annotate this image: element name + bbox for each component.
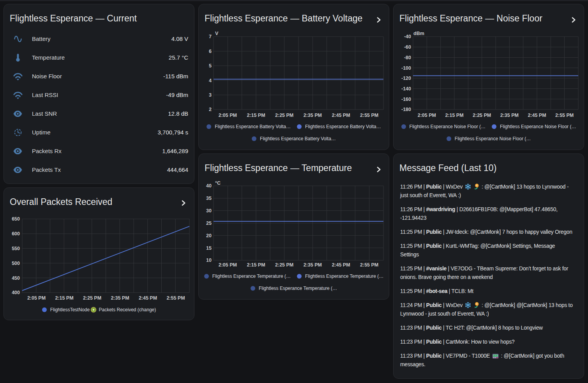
svg-text:30: 30 bbox=[206, 208, 212, 214]
svg-text:-120: -120 bbox=[401, 76, 411, 81]
svg-text:2:05 PM: 2:05 PM bbox=[27, 295, 46, 301]
svg-text:2:05 PM: 2:05 PM bbox=[219, 113, 237, 118]
svg-text:650: 650 bbox=[12, 216, 20, 222]
svg-text:-140: -140 bbox=[401, 86, 411, 92]
svg-text:2:45 PM: 2:45 PM bbox=[139, 295, 157, 301]
svg-text:2:45 PM: 2:45 PM bbox=[332, 113, 350, 118]
svg-text:2:05 PM: 2:05 PM bbox=[418, 113, 436, 118]
svg-text:-160: -160 bbox=[401, 97, 411, 102]
svg-text:2:15 PM: 2:15 PM bbox=[247, 113, 265, 118]
svg-text:3: 3 bbox=[209, 92, 212, 98]
svg-text:V: V bbox=[215, 31, 219, 36]
svg-text:2:45 PM: 2:45 PM bbox=[528, 113, 546, 118]
svg-text:2:35 PM: 2:35 PM bbox=[304, 113, 322, 118]
svg-text:-40: -40 bbox=[404, 34, 411, 39]
svg-text:dBm: dBm bbox=[413, 31, 424, 36]
svg-text:2:45 PM: 2:45 PM bbox=[332, 262, 350, 268]
svg-text:2:25 PM: 2:25 PM bbox=[83, 295, 101, 301]
svg-text:550: 550 bbox=[12, 246, 20, 251]
svg-text:2:15 PM: 2:15 PM bbox=[55, 295, 73, 301]
svg-text:450: 450 bbox=[12, 275, 20, 281]
svg-text:5: 5 bbox=[209, 63, 212, 69]
svg-text:7: 7 bbox=[209, 34, 212, 39]
svg-text:2:25 PM: 2:25 PM bbox=[473, 113, 491, 118]
svg-text:2:55 PM: 2:55 PM bbox=[360, 262, 378, 268]
svg-text:2:25 PM: 2:25 PM bbox=[275, 262, 293, 268]
svg-text:-180: -180 bbox=[401, 107, 411, 112]
svg-text:-80: -80 bbox=[404, 55, 411, 60]
svg-text:2:15 PM: 2:15 PM bbox=[247, 262, 265, 268]
svg-text:25: 25 bbox=[206, 221, 212, 226]
svg-text:2:05 PM: 2:05 PM bbox=[219, 262, 237, 268]
svg-text:2:55 PM: 2:55 PM bbox=[555, 113, 574, 118]
svg-text:40: 40 bbox=[206, 183, 212, 189]
svg-text:2:35 PM: 2:35 PM bbox=[500, 113, 519, 118]
svg-text:-60: -60 bbox=[404, 44, 411, 50]
svg-text:600: 600 bbox=[12, 231, 20, 237]
svg-text:2:25 PM: 2:25 PM bbox=[275, 113, 293, 118]
svg-text:400: 400 bbox=[12, 290, 20, 295]
svg-text:°C: °C bbox=[215, 180, 221, 186]
svg-text:20: 20 bbox=[206, 233, 212, 238]
svg-text:6: 6 bbox=[209, 49, 212, 54]
svg-text:2:35 PM: 2:35 PM bbox=[111, 295, 129, 301]
svg-text:2:35 PM: 2:35 PM bbox=[304, 262, 322, 268]
svg-text:35: 35 bbox=[206, 196, 212, 201]
svg-text:2:55 PM: 2:55 PM bbox=[360, 113, 378, 118]
svg-text:2:55 PM: 2:55 PM bbox=[166, 295, 185, 301]
svg-text:2: 2 bbox=[209, 107, 212, 112]
svg-text:4: 4 bbox=[209, 78, 212, 83]
svg-text:2:15 PM: 2:15 PM bbox=[445, 113, 463, 118]
svg-text:10: 10 bbox=[206, 258, 212, 263]
svg-text:-100: -100 bbox=[401, 65, 411, 71]
svg-text:500: 500 bbox=[12, 261, 20, 266]
svg-text:15: 15 bbox=[206, 245, 212, 251]
